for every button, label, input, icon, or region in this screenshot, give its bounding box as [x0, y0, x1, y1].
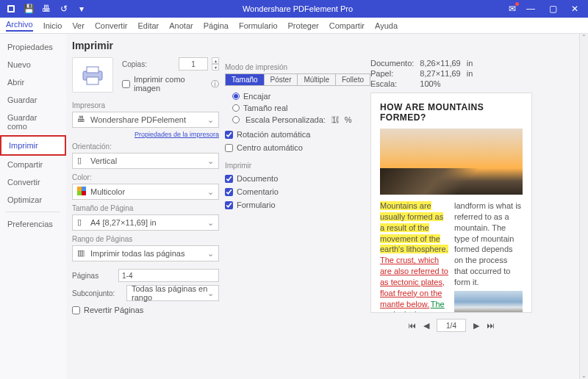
close-button[interactable]: ✕: [566, 1, 584, 16]
vertical-scrollbar[interactable]: [579, 34, 588, 379]
info-paper-label: Papel:: [370, 69, 414, 78]
pages-input[interactable]: [118, 269, 219, 282]
orientation-value: Vertical: [90, 156, 117, 165]
color-value: Multicolor: [90, 187, 125, 196]
sidebar-item-imprimir[interactable]: Imprimir: [0, 135, 66, 156]
print-what-label: Imprimir: [225, 162, 365, 170]
copies-input[interactable]: [179, 57, 208, 71]
app-logo-icon: [6, 4, 16, 14]
print-doc-checkbox[interactable]: [225, 175, 233, 183]
menu-ver[interactable]: Ver: [72, 21, 85, 30]
print-doc-label: Documento: [237, 174, 278, 183]
sidebar-item-abrir[interactable]: Abrir: [0, 73, 66, 91]
pages-label: Páginas: [72, 272, 114, 280]
print-form-label: Formulario: [237, 201, 276, 209]
sidebar-item-preferencias[interactable]: Preferencias: [0, 215, 66, 233]
print-form-checkbox[interactable]: [225, 201, 233, 209]
pager-first-button[interactable]: ⏮: [408, 321, 416, 330]
sidebar-divider: [6, 212, 60, 212]
menu-archivo[interactable]: Archivo: [6, 20, 33, 32]
actual-radio[interactable]: [232, 104, 240, 112]
maximize-button[interactable]: ▢: [544, 1, 562, 16]
title-bar: 💾 🖶 ↺ ▾ Wondershare PDFelement Pro ✉ — ▢…: [0, 0, 588, 18]
subset-select[interactable]: Todas las páginas en rango: [126, 285, 219, 301]
sidebar-item-compartir[interactable]: Compartir: [0, 156, 66, 173]
print-comment-checkbox[interactable]: [225, 188, 233, 196]
menu-anotar[interactable]: Anotar: [169, 21, 193, 30]
mail-icon[interactable]: ✉: [507, 4, 517, 14]
sidebar-item-convertir[interactable]: Convertir: [0, 173, 66, 191]
sidebar-item-optimizar[interactable]: Optimizar: [0, 191, 66, 209]
svg-rect-3: [87, 67, 98, 73]
actual-label: Tamaño real: [243, 104, 288, 112]
dropdown-icon[interactable]: ▾: [76, 4, 87, 14]
custom-scale-input[interactable]: [331, 116, 339, 123]
menu-formulario[interactable]: Formulario: [239, 21, 278, 30]
svg-rect-5: [77, 187, 82, 191]
menu-editar[interactable]: Editar: [138, 21, 159, 30]
custom-scale-radio[interactable]: [232, 116, 240, 123]
preview-hero-image: [380, 129, 523, 195]
printer-section-label: Impresora: [72, 101, 219, 109]
preview-left-col: Mountains are usually formed as a result…: [380, 201, 448, 313]
preview-right-a: landform is what is referred to as a mou…: [454, 201, 521, 286]
sidebar-item-nuevo[interactable]: Nuevo: [0, 56, 66, 73]
tab-poster[interactable]: Póster: [265, 74, 298, 85]
pct-label: %: [345, 115, 352, 124]
preview-heading: HOW ARE MOUNTAINS FORMED?: [380, 102, 523, 123]
pagesize-select[interactable]: ▯ A4 [8,27×11,69] in: [72, 214, 219, 231]
menu-ayuda[interactable]: Ayuda: [375, 21, 398, 30]
info-doc-val: 8,26×11,69: [420, 59, 460, 68]
undo-icon[interactable]: ↺: [59, 4, 69, 14]
minimize-button[interactable]: —: [522, 1, 539, 16]
color-select[interactable]: Multicolor: [72, 184, 219, 200]
sidebar-item-guardar-como[interactable]: Guardar como: [0, 109, 66, 135]
pager-next-button[interactable]: ▶: [473, 321, 479, 331]
print-icon[interactable]: 🖶: [41, 4, 51, 14]
range-value: Imprimir todas las páginas: [90, 249, 184, 258]
mode-section-label: Modo de impresión: [225, 63, 365, 71]
autorotate-checkbox[interactable]: [225, 131, 233, 139]
print-comment-label: Comentario: [237, 187, 279, 196]
app-title: Wondershare PDFelement Pro: [93, 4, 503, 13]
menu-compartir[interactable]: Compartir: [329, 21, 365, 30]
svg-rect-7: [77, 191, 82, 195]
printer-properties-link[interactable]: Propiedades de la impresora: [72, 131, 219, 138]
menu-convertir[interactable]: Convertir: [95, 21, 128, 30]
orientation-select[interactable]: ▯ Vertical: [72, 153, 219, 169]
sidebar-item-guardar[interactable]: Guardar: [0, 91, 66, 109]
print-as-image-checkbox[interactable]: [122, 80, 130, 88]
tab-tamano[interactable]: Tamaño: [226, 74, 265, 85]
pager-last-button[interactable]: ⏭: [487, 321, 495, 330]
menu-inicio[interactable]: Inicio: [43, 21, 62, 30]
pagesize-value: A4 [8,27×11,69] in: [90, 218, 157, 227]
printer-select[interactable]: 🖶 Wondershare PDFelement: [72, 112, 219, 128]
copies-spinner[interactable]: ▴▾: [212, 57, 219, 71]
revert-pages-checkbox[interactable]: [72, 306, 80, 314]
sidebar-item-propiedades[interactable]: Propiedades: [0, 38, 66, 56]
pager-input[interactable]: [437, 319, 466, 332]
orientation-icon: ▯: [77, 156, 87, 166]
range-select[interactable]: ▥ Imprimir todas las páginas: [72, 245, 219, 261]
autocenter-checkbox[interactable]: [225, 144, 233, 152]
pager-prev-button[interactable]: ◀: [423, 321, 429, 331]
info-icon[interactable]: ⓘ: [211, 79, 219, 90]
menu-proteger[interactable]: Proteger: [288, 21, 319, 30]
info-scale-val: 100%: [420, 79, 460, 88]
mode-tabs: Tamaño Póster Múltiple Folleto: [225, 73, 370, 86]
custom-scale-label: Escala Personalizada:: [245, 115, 326, 124]
menu-pagina[interactable]: Página: [204, 21, 229, 30]
save-icon[interactable]: 💾: [24, 4, 34, 14]
doc-info: Documento:8,26×11,69in Papel:8,27×11,69i…: [370, 59, 473, 88]
tab-multiple[interactable]: Múltiple: [298, 74, 335, 85]
tab-folleto[interactable]: Folleto: [336, 74, 370, 85]
range-section-label: Rango de Páginas: [72, 235, 219, 243]
subset-value: Todas las páginas en rango: [132, 284, 214, 302]
fit-radio[interactable]: [232, 93, 240, 100]
autorotate-label: Rotación automática: [237, 130, 310, 139]
subset-label: Subconjunto:: [72, 289, 122, 297]
page-preview: HOW ARE MOUNTAINS FORMED? Mountains are …: [370, 93, 532, 313]
page-title: Imprimir: [72, 40, 219, 51]
svg-rect-4: [87, 77, 98, 84]
printer-small-icon: 🖶: [77, 115, 87, 125]
